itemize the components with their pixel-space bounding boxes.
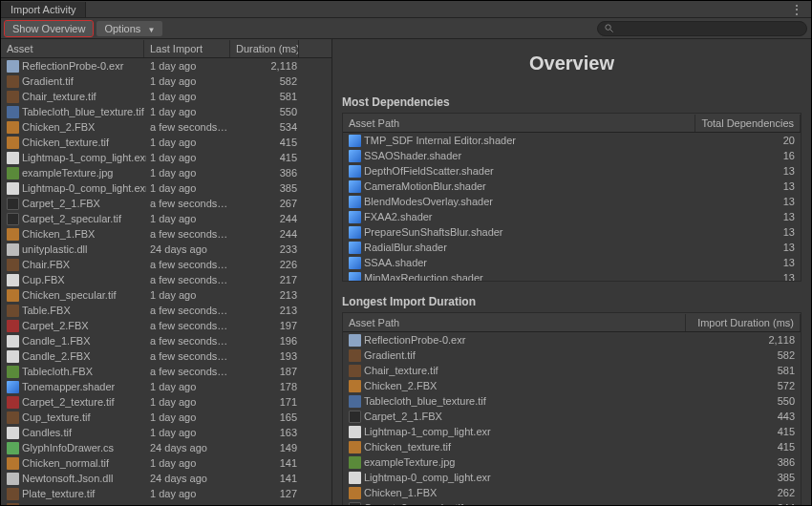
table-row[interactable]: Tonemapper.shader1 day ago178 xyxy=(1,379,331,394)
table-row[interactable]: Carpet_2_texture.tif1 day ago171 xyxy=(1,394,331,410)
asset-name: Chicken_2.FBX xyxy=(364,380,437,391)
asset-icon xyxy=(7,152,19,164)
col-import-duration[interactable]: Import Duration (ms) xyxy=(686,314,801,331)
table-row[interactable]: Lightmap-0_comp_light.exr1 day ago385 xyxy=(1,180,331,196)
chevron-down-icon: ▼ xyxy=(147,26,155,34)
table-row[interactable]: TMP_SDF Internal Editor.shader20 xyxy=(343,133,801,148)
col-asset[interactable]: Asset xyxy=(1,40,144,57)
table-row[interactable]: exampleTexture.jpg1 day ago386 xyxy=(1,165,331,180)
asset-name: Lightmap-0_comp_light.exr xyxy=(22,182,146,194)
table-row[interactable]: Candle_2.FBXa few seconds ago193 xyxy=(1,348,331,364)
duration: 141 xyxy=(232,472,301,485)
table-row[interactable]: ReflectionProbe-0.exr2,118 xyxy=(343,332,801,348)
table-row[interactable]: Lightmap-0_comp_light.exr385 xyxy=(343,470,801,485)
table-row[interactable]: Table.FBXa few seconds ago213 xyxy=(1,303,331,318)
table-row[interactable]: Table_texture.tif1 day ago126 xyxy=(1,501,331,505)
asset-name: Cup.FBX xyxy=(22,274,65,285)
svg-line-1 xyxy=(610,30,613,32)
table-row[interactable]: Carpet_2_1.FBX443 xyxy=(343,409,801,424)
table-row[interactable]: Chicken_2.FBX572 xyxy=(343,378,801,393)
table-row[interactable]: RadialBlur.shader13 xyxy=(343,240,801,255)
asset-name: Candle_1.FBX xyxy=(22,335,91,347)
table-row[interactable]: Candles.tif1 day ago163 xyxy=(1,425,331,440)
asset-icon xyxy=(349,257,361,269)
dep-count: 13 xyxy=(707,179,801,193)
table-row[interactable]: BlendModesOverlay.shader13 xyxy=(343,194,801,209)
asset-name: Tonemapper.shader xyxy=(22,381,115,392)
table-row[interactable]: Plate_texture.tif1 day ago127 xyxy=(1,486,331,501)
last-import: 1 day ago xyxy=(146,59,232,73)
table-row[interactable]: Chicken_2.FBXa few seconds ago534 xyxy=(1,119,331,135)
asset-name: Chicken_1.FBX xyxy=(364,487,437,498)
asset-icon xyxy=(7,60,19,73)
table-row[interactable]: Chair_texture.tif1 day ago581 xyxy=(1,89,331,104)
table-row[interactable]: Chicken_normal.tif1 day ago141 xyxy=(1,455,331,471)
table-row[interactable]: Carpet_2_1.FBXa few seconds ago267 xyxy=(1,196,331,211)
table-row[interactable]: Chicken_texture.tif1 day ago415 xyxy=(1,135,331,150)
table-row[interactable]: Candle_1.FBXa few seconds ago196 xyxy=(1,333,331,348)
table-row[interactable]: Carpet_2_specular.tif244 xyxy=(343,500,801,505)
last-import: a few seconds ago xyxy=(146,197,232,210)
table-row[interactable]: Cup_texture.tif1 day ago165 xyxy=(1,410,331,425)
dep-count: 13 xyxy=(707,164,801,178)
table-row[interactable]: SSAOShader.shader16 xyxy=(343,148,801,163)
duration: 572 xyxy=(697,379,801,392)
col-last-import[interactable]: Last Import xyxy=(144,40,230,57)
duration: 582 xyxy=(232,74,301,88)
table-row[interactable]: DepthOfFieldScatter.shader13 xyxy=(343,163,801,179)
asset-name: Chicken_normal.tif xyxy=(22,457,109,469)
asset-name: BlendModesOverlay.shader xyxy=(364,196,493,207)
table-row[interactable]: Newtonsoft.Json.dll24 days ago141 xyxy=(1,471,331,486)
table-row[interactable]: Gradient.tif1 day ago582 xyxy=(1,74,331,89)
table-row[interactable]: CameraMotionBlur.shader13 xyxy=(343,179,801,194)
search-input[interactable] xyxy=(618,23,801,34)
table-row[interactable]: Lightmap-1_comp_light.exr1 day ago415 xyxy=(1,150,331,165)
table-row[interactable]: PrepareSunShaftsBlur.shader13 xyxy=(343,224,801,240)
asset-name: Lightmap-0_comp_light.exr xyxy=(364,472,491,483)
table-row[interactable]: Carpet_2_specular.tif1 day ago244 xyxy=(1,211,331,226)
col-duration[interactable]: Duration (ms) xyxy=(230,40,299,57)
asset-name: Carpet_2.FBX xyxy=(22,320,89,331)
asset-name: ReflectionProbe-0.exr xyxy=(22,60,123,72)
last-import: 1 day ago xyxy=(146,105,232,118)
duration: 213 xyxy=(232,304,301,317)
table-row[interactable]: Chicken_texture.tif415 xyxy=(343,439,801,454)
table-row[interactable]: Chicken_specular.tif1 day ago213 xyxy=(1,287,331,303)
show-overview-button[interactable]: Show Overview xyxy=(5,21,93,36)
table-row[interactable]: unityplastic.dll24 days ago233 xyxy=(1,242,331,257)
table-row[interactable]: Tablecloth_blue_texture.tif550 xyxy=(343,393,801,409)
col-asset-path[interactable]: Asset Path xyxy=(343,314,686,331)
table-row[interactable]: Chicken_1.FBX262 xyxy=(343,485,801,500)
col-total-deps[interactable]: Total Dependencies xyxy=(695,115,801,132)
table-row[interactable]: ReflectionProbe-0.exr1 day ago2,118 xyxy=(1,58,331,74)
table-row[interactable]: GlyphInfoDrawer.cs24 days ago149 xyxy=(1,440,331,455)
asset-name: Plate_texture.tif xyxy=(22,488,95,499)
asset-name: TMP_SDF Internal Editor.shader xyxy=(364,135,516,146)
table-row[interactable]: Cup.FBXa few seconds ago217 xyxy=(1,272,331,287)
asset-icon xyxy=(7,243,19,256)
table-row[interactable]: SSAA.shader13 xyxy=(343,255,801,270)
asset-icon xyxy=(349,411,361,423)
table-row[interactable]: Tablecloth.FBXa few seconds ago187 xyxy=(1,364,331,379)
asset-name: exampleTexture.jpg xyxy=(22,167,113,179)
col-asset-path[interactable]: Asset Path xyxy=(343,115,695,132)
menu-icon[interactable]: ⋮ xyxy=(782,3,811,16)
options-dropdown[interactable]: Options ▼ xyxy=(96,21,162,36)
search-box[interactable] xyxy=(597,21,807,36)
duration: 2,118 xyxy=(232,59,301,73)
toolbar: Show Overview Options ▼ xyxy=(1,18,811,39)
table-row[interactable]: FXAA2.shader13 xyxy=(343,209,801,224)
table-row[interactable]: Chair_texture.tif581 xyxy=(343,363,801,378)
table-row[interactable]: Tablecloth_blue_texture.tif1 day ago550 xyxy=(1,104,331,119)
window-title-tab[interactable]: Import Activity xyxy=(1,2,86,17)
table-row[interactable]: Lightmap-1_comp_light.exr415 xyxy=(343,424,801,439)
table-row[interactable]: Gradient.tif582 xyxy=(343,348,801,363)
table-row[interactable]: exampleTexture.jpg386 xyxy=(343,454,801,470)
table-row[interactable]: Chair.FBXa few seconds ago226 xyxy=(1,257,331,272)
asset-name: Cup_texture.tif xyxy=(22,411,91,423)
table-row[interactable]: MinMaxReduction.shader13 xyxy=(343,270,801,281)
table-row[interactable]: Chicken_1.FBXa few seconds ago244 xyxy=(1,226,331,242)
asset-icon xyxy=(7,488,19,500)
table-row[interactable]: Carpet_2.FBXa few seconds ago197 xyxy=(1,318,331,333)
last-import: 1 day ago xyxy=(146,90,232,103)
